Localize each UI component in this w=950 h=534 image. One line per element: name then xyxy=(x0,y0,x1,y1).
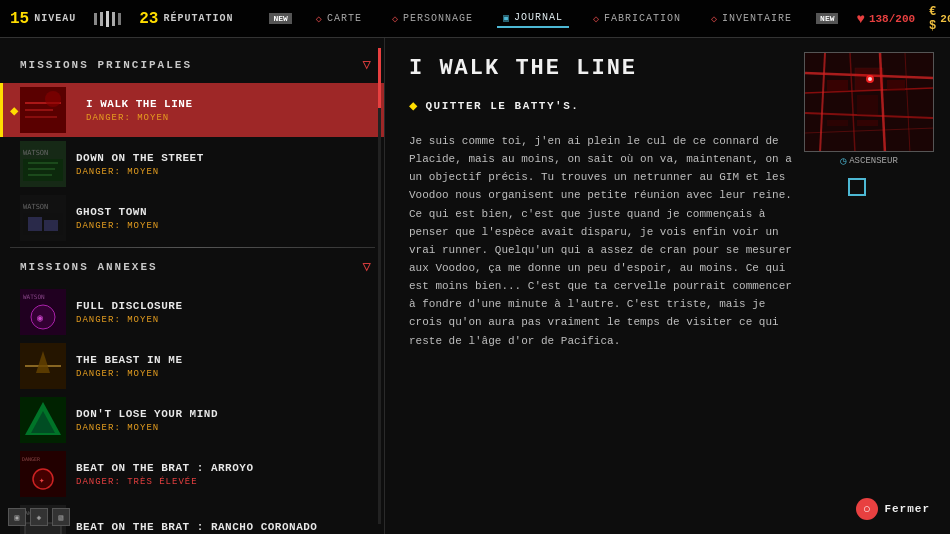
money-value: 20318 xyxy=(940,13,950,25)
mission-thumb-dont-lose xyxy=(20,397,66,443)
main-filter-icon[interactable]: ▽ xyxy=(363,56,371,73)
mission-name-rancho: BEAT ON THE BRAT : RANCHO CORONADO xyxy=(76,521,375,533)
scroll-thumb[interactable] xyxy=(378,48,381,108)
mission-full-disclosure[interactable]: WATSON ◉ FULL DISCLOSURE DANGER: MOYEN xyxy=(0,285,385,339)
mission-info-arroyo: BEAT ON THE BRAT : ARROYO DANGER: TRÈS É… xyxy=(76,462,375,487)
money-icon: €$ xyxy=(929,5,936,33)
side-missions-title: MISSIONS ANNEXES xyxy=(20,261,158,273)
nav-carte[interactable]: ◇ CARTE xyxy=(310,11,368,27)
mission-i-walk-the-line[interactable]: ◆ I WALK THE LINE DANGER: MOYEN xyxy=(0,83,385,137)
hud-rep: 23 RÉPUTATION xyxy=(139,10,233,28)
bottom-icon-1: ▣ xyxy=(8,508,26,526)
mission-name-dont-lose: DON'T LOSE YOUR MIND xyxy=(76,408,375,420)
side-filter-icon[interactable]: ▽ xyxy=(363,258,371,275)
nav-journal[interactable]: ▣ JOURNAL xyxy=(497,10,569,28)
mission-info-ghost-town: GHOST TOWN DANGER: MOYEN xyxy=(76,206,375,231)
fabrication-label: FABRICATION xyxy=(604,13,681,24)
mission-thumb-down-street: WATSON xyxy=(20,141,66,187)
bottom-left-icons: ▣ ◈ ▧ xyxy=(8,508,70,526)
svg-rect-15 xyxy=(28,217,42,231)
map-label-text: ASCENSEUR xyxy=(849,156,898,166)
svg-rect-46 xyxy=(887,80,905,91)
mission-info-beast: THE BEAST IN ME DANGER: MOYEN xyxy=(76,354,375,379)
badge-new-2: NEW xyxy=(816,13,838,24)
svg-text:✦: ✦ xyxy=(39,476,45,486)
mission-thumb-full-disclosure: WATSON ◉ xyxy=(20,289,66,335)
personnage-label: PERSONNAGE xyxy=(403,13,473,24)
journal-icon: ▣ xyxy=(503,12,510,24)
mission-name-down-street: DOWN ON THE STREET xyxy=(76,152,375,164)
svg-rect-45 xyxy=(857,95,878,115)
svg-rect-16 xyxy=(44,220,58,231)
close-button[interactable]: ○ Fermer xyxy=(856,498,930,520)
mission-info-walk-the-line: I WALK THE LINE DANGER: MOYEN xyxy=(76,98,375,123)
health-value: 138/200 xyxy=(869,13,915,25)
hud-right: ♥ 138/200 €$ 20318 xyxy=(856,5,950,33)
health-display: ♥ 138/200 xyxy=(856,11,915,27)
mission-danger-dont-lose: DANGER: MOYEN xyxy=(76,423,375,433)
carte-icon: ◇ xyxy=(316,13,323,25)
mission-danger-arroyo: DANGER: TRÈS ÉLEVÉE xyxy=(76,477,375,487)
rep-value: 23 xyxy=(139,10,158,28)
rep-label: RÉPUTATION xyxy=(163,13,233,24)
svg-rect-8 xyxy=(23,159,63,181)
nav-personnage[interactable]: ◇ PERSONNAGE xyxy=(386,11,479,27)
section-divider xyxy=(10,247,375,248)
level-label: NIVEAU xyxy=(34,13,76,24)
badge-new-1: NEW xyxy=(269,13,291,24)
objective-text: QUITTER LE BATTY'S. xyxy=(425,100,579,112)
main-content: MISSIONS PRINCIPALES ▽ ◆ I WALK THE LINE… xyxy=(0,38,950,534)
scroll-track xyxy=(378,48,381,524)
detail-panel: ◷ ASCENSEUR I WALK THE LINE ◆ QUITTER LE… xyxy=(385,38,950,534)
mission-danger-walk-the-line: DANGER: MOYEN xyxy=(86,113,375,123)
map-thumbnail: ◷ ASCENSEUR xyxy=(804,52,934,152)
side-missions-header: MISSIONS ANNEXES ▽ xyxy=(0,252,385,281)
level-value: 15 xyxy=(10,10,29,28)
main-missions-title: MISSIONS PRINCIPALES xyxy=(20,59,192,71)
mission-beast-in-me[interactable]: THE BEAST IN ME DANGER: MOYEN xyxy=(0,339,385,393)
mission-dont-lose-mind[interactable]: DON'T LOSE YOUR MIND DANGER: MOYEN xyxy=(0,393,385,447)
svg-point-4 xyxy=(45,91,61,107)
nav-inventaire[interactable]: ◇ INVENTAIRE xyxy=(705,11,798,27)
svg-point-51 xyxy=(868,77,872,81)
active-border xyxy=(0,83,3,137)
nav-fabrication[interactable]: ◇ FABRICATION xyxy=(587,11,687,27)
mission-name-beast: THE BEAST IN ME xyxy=(76,354,375,366)
mission-info-full-disclosure: FULL DISCLOSURE DANGER: MOYEN xyxy=(76,300,375,325)
waypoint-box xyxy=(848,178,866,196)
mission-thumb-arroyo: DANGER ✦ xyxy=(20,451,66,497)
objective-marker: ◆ xyxy=(409,97,417,114)
inventaire-icon: ◇ xyxy=(711,13,718,25)
mission-danger-ghost-town: DANGER: MOYEN xyxy=(76,221,375,231)
svg-rect-44 xyxy=(827,80,848,91)
missions-panel: MISSIONS PRINCIPALES ▽ ◆ I WALK THE LINE… xyxy=(0,38,385,534)
mission-name-arroyo: BEAT ON THE BRAT : ARROYO xyxy=(76,462,375,474)
inventaire-label: INVENTAIRE xyxy=(722,13,792,24)
map-image xyxy=(804,52,934,152)
mission-thumb-beast xyxy=(20,343,66,389)
mission-info-dont-lose: DON'T LOSE YOUR MIND DANGER: MOYEN xyxy=(76,408,375,433)
mission-beat-brat-arroyo[interactable]: DANGER ✦ BEAT ON THE BRAT : ARROYO DANGE… xyxy=(0,447,385,501)
main-missions-header: MISSIONS PRINCIPALES ▽ xyxy=(0,50,385,79)
hud-bar: 15 NIVEAU 23 RÉPUTATION NEW ◇ CARTE ◇ PE… xyxy=(0,0,950,38)
mission-info-rancho: BEAT ON THE BRAT : RANCHO CORONADO xyxy=(76,521,375,535)
mission-danger-beast: DANGER: MOYEN xyxy=(76,369,375,379)
carte-label: CARTE xyxy=(327,13,362,24)
mission-thumb-ghost-town: WATSON xyxy=(20,195,66,241)
svg-text:WATSON: WATSON xyxy=(23,293,45,300)
map-icon: ◷ xyxy=(840,155,846,167)
mission-info-down-street: DOWN ON THE STREET DANGER: MOYEN xyxy=(76,152,375,177)
fabrication-icon: ◇ xyxy=(593,13,600,25)
bottom-icon-2: ◈ xyxy=(30,508,48,526)
mission-name-walk-the-line: I WALK THE LINE xyxy=(86,98,375,110)
svg-rect-48 xyxy=(857,120,878,126)
map-label: ◷ ASCENSEUR xyxy=(804,155,934,167)
mission-name-full-disclosure: FULL DISCLOSURE xyxy=(76,300,375,312)
svg-text:WATSON: WATSON xyxy=(23,203,48,211)
mission-ghost-town[interactable]: WATSON GHOST TOWN DANGER: MOYEN xyxy=(0,191,385,245)
svg-rect-2 xyxy=(25,109,53,111)
personnage-icon: ◇ xyxy=(392,13,399,25)
money-display: €$ 20318 xyxy=(929,5,950,33)
svg-text:DANGER: DANGER xyxy=(22,456,41,462)
mission-down-on-the-street[interactable]: WATSON DOWN ON THE STREET DANGER: MOYEN xyxy=(0,137,385,191)
